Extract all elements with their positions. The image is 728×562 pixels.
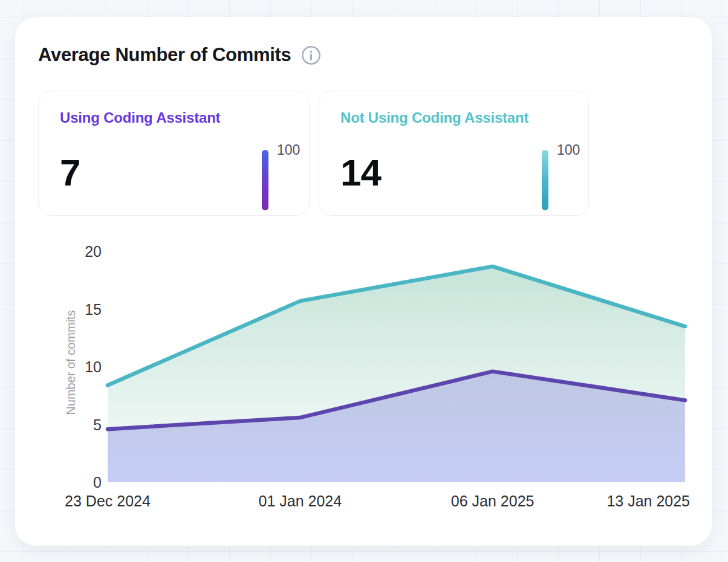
page-title: Average Number of Commits xyxy=(38,44,291,66)
stat-value: 7 xyxy=(60,154,80,192)
commits-area-chart[interactable]: 05101520Number of commits23 Dec 202401 J… xyxy=(15,234,712,546)
stat-label: Not Using Coding Assistant xyxy=(340,109,528,126)
stat-scale-max: 100 xyxy=(557,142,580,158)
y-tick-label-3: 15 xyxy=(85,301,102,318)
y-tick-label-1: 5 xyxy=(93,416,102,433)
stat-value: 14 xyxy=(340,154,381,192)
card-header: Average Number of Commits xyxy=(38,44,321,66)
stat-label: Using Coding Assistant xyxy=(60,109,220,126)
y-tick-label-0: 0 xyxy=(93,474,102,491)
stat-card-not-using-assistant: Not Using Coding Assistant 14 100 xyxy=(319,91,589,216)
x-axis-label-3: 13 Jan 2025 xyxy=(606,493,690,509)
commits-card: Average Number of Commits Using Coding A… xyxy=(15,17,712,546)
x-axis-label-1: 01 Jan 2024 xyxy=(259,493,342,509)
stat-gauge-bar xyxy=(542,150,548,210)
stat-card-using-assistant: Using Coding Assistant 7 100 xyxy=(38,91,310,216)
x-axis-label-2: 06 Jan 2025 xyxy=(451,493,535,509)
info-icon[interactable] xyxy=(301,45,321,65)
page-background: { "header": { "title": "Average Number o… xyxy=(0,0,728,562)
stat-gauge-bar xyxy=(262,150,268,210)
stat-scale-max: 100 xyxy=(277,142,300,158)
y-tick-label-2: 10 xyxy=(85,358,102,375)
x-axis-label-0: 23 Dec 2024 xyxy=(65,493,151,509)
y-axis-title: Number of commits xyxy=(64,310,77,415)
y-tick-label-4: 20 xyxy=(85,243,102,260)
